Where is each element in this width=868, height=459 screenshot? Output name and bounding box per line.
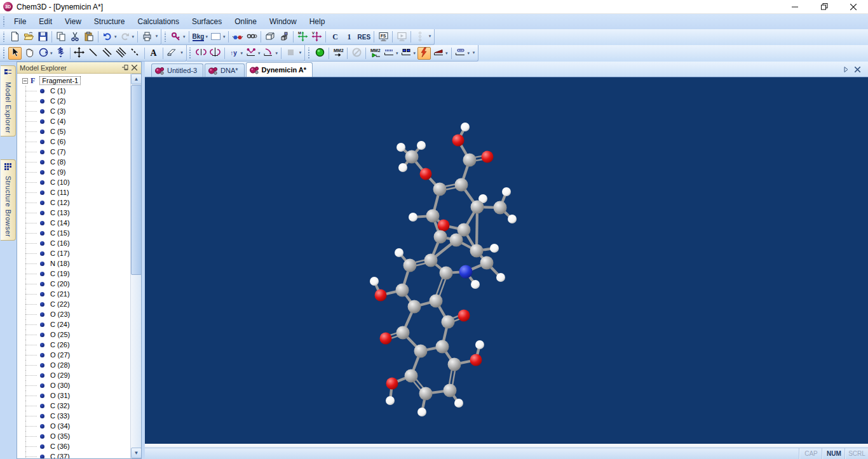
- tree-item-atom[interactable]: C (15): [17, 228, 130, 238]
- atom-label[interactable]: O (27): [50, 351, 70, 359]
- tree-item-atom[interactable]: C (7): [17, 147, 130, 157]
- scroll-down-icon[interactable]: ▼: [131, 448, 141, 458]
- menu-item-surfaces[interactable]: Surfaces: [186, 15, 228, 28]
- atom-label[interactable]: C (17): [50, 249, 70, 257]
- bond-display-tool-dropdown-icon[interactable]: ▾: [468, 51, 470, 56]
- dipole-tool-dropdown-icon[interactable]: ▾: [445, 51, 448, 56]
- tree-item-atom[interactable]: C (2): [17, 96, 130, 106]
- tree-item-atom[interactable]: C (24): [17, 319, 130, 329]
- undo-button-dropdown-icon[interactable]: ▾: [114, 34, 117, 39]
- atom-label[interactable]: C (26): [50, 341, 70, 349]
- menu-item-help[interactable]: Help: [303, 15, 332, 28]
- atom-label[interactable]: O (35): [50, 432, 70, 440]
- tree-item-atom[interactable]: O (29): [17, 370, 130, 380]
- atom-label[interactable]: C (19): [50, 270, 70, 277]
- atom-O[interactable]: [380, 333, 392, 345]
- rotate-tool-dropdown-icon[interactable]: ▾: [50, 51, 53, 56]
- atom-label[interactable]: C (4): [50, 117, 65, 125]
- menu-item-calculations[interactable]: Calculations: [132, 15, 186, 28]
- tree-item-atom[interactable]: O (25): [17, 329, 130, 340]
- measure-distance-tool[interactable]: [383, 47, 395, 60]
- atom-label[interactable]: C (6): [50, 138, 65, 145]
- scroll-up-icon[interactable]: ▲: [131, 74, 141, 84]
- rotate-tool[interactable]: [37, 47, 50, 60]
- minimize-energy-button[interactable]: [417, 47, 431, 60]
- atom-label[interactable]: C (15): [50, 229, 70, 237]
- depth-fade-button[interactable]: [278, 30, 290, 43]
- atom-C[interactable]: [434, 230, 447, 244]
- atom-label[interactable]: O (30): [50, 382, 70, 389]
- atom-H[interactable]: [409, 213, 417, 222]
- atom-C[interactable]: [414, 345, 428, 358]
- atom-O[interactable]: [458, 310, 470, 322]
- color-picker-dropdown-icon[interactable]: ▾: [223, 34, 226, 39]
- atom-label[interactable]: C (20): [50, 280, 70, 288]
- menu-item-structure[interactable]: Structure: [88, 15, 132, 28]
- stereo-glasses-button[interactable]: [231, 30, 244, 43]
- tree-item-atom[interactable]: C (32): [17, 401, 130, 411]
- display-mode-tool[interactable]: [170, 30, 182, 43]
- tree-item-atom[interactable]: C (11): [17, 187, 130, 197]
- torsion-tool[interactable]: [262, 47, 275, 60]
- menu-item-window[interactable]: Window: [263, 15, 303, 28]
- atom-label[interactable]: N (18): [50, 260, 70, 267]
- tree-item-atom[interactable]: C (8): [17, 157, 130, 167]
- atom-O[interactable]: [420, 168, 432, 180]
- dihedral-left-tool[interactable]: [195, 47, 208, 60]
- atom-C[interactable]: [442, 316, 455, 329]
- atom-label[interactable]: C (14): [50, 219, 70, 227]
- atom-label[interactable]: O (34): [50, 422, 70, 430]
- tree-item-atom[interactable]: N (18): [17, 258, 130, 269]
- atom-H[interactable]: [397, 143, 405, 152]
- tab-close-icon[interactable]: [851, 63, 863, 75]
- atom-C[interactable]: [450, 234, 463, 247]
- toolbar-grip[interactable]: [2, 32, 5, 41]
- tree-item-atom[interactable]: O (35): [17, 431, 130, 441]
- close-panel-icon[interactable]: [130, 63, 139, 72]
- pin-panel-icon[interactable]: [121, 63, 130, 72]
- atom-C[interactable]: [397, 326, 410, 340]
- residue-labels-button[interactable]: RES: [356, 30, 371, 43]
- print-button[interactable]: [140, 30, 153, 43]
- cut-button[interactable]: [69, 30, 81, 43]
- bond-angle-tool[interactable]: [245, 47, 257, 60]
- copy-button[interactable]: [55, 30, 67, 43]
- tree-item-atom[interactable]: C (33): [17, 411, 130, 421]
- atom-label[interactable]: C (32): [50, 402, 70, 409]
- atom-H[interactable]: [386, 396, 395, 405]
- save-button[interactable]: [36, 30, 49, 43]
- atom-C[interactable]: [463, 154, 477, 167]
- zoom-tool[interactable]: [55, 47, 67, 60]
- document-tab-dna[interactable]: DNA*: [205, 63, 245, 77]
- measure-distance-tool-dropdown-icon[interactable]: ▾: [396, 51, 398, 56]
- atom-O[interactable]: [386, 378, 398, 390]
- atom-H[interactable]: [502, 187, 511, 196]
- menu-grip[interactable]: [2, 17, 5, 27]
- atom-label[interactable]: C (7): [50, 148, 65, 156]
- single-bond-tool[interactable]: [87, 47, 100, 60]
- atom-C[interactable]: [405, 369, 418, 383]
- atom-label[interactable]: C (33): [50, 412, 70, 420]
- tree-item-atom[interactable]: C (20): [17, 279, 130, 289]
- atom-H[interactable]: [370, 277, 379, 286]
- tree-item-atom[interactable]: O (31): [17, 390, 130, 401]
- open-file-button[interactable]: [22, 30, 35, 43]
- atom-label[interactable]: O (28): [50, 361, 70, 369]
- menu-item-file[interactable]: File: [8, 15, 32, 28]
- tree-item-atom[interactable]: C (9): [17, 167, 130, 177]
- perspective-cube-button[interactable]: [264, 30, 276, 43]
- atom-C[interactable]: [455, 178, 468, 192]
- atom-label[interactable]: C (24): [50, 321, 70, 328]
- atom-label[interactable]: O (31): [50, 392, 70, 399]
- atom-H[interactable]: [461, 123, 470, 131]
- atom-O[interactable]: [375, 289, 387, 302]
- tree-item-atom[interactable]: O (34): [17, 421, 130, 431]
- tree-item-atom[interactable]: C (3): [17, 106, 130, 116]
- axis-y-tool[interactable]: ↑y: [227, 47, 240, 60]
- tree-item-atom[interactable]: C (16): [17, 238, 130, 248]
- atom-O[interactable]: [482, 151, 494, 163]
- toolbar-overflow-icon[interactable]: ▾: [179, 50, 185, 57]
- tree-item-atom[interactable]: C (13): [17, 208, 130, 218]
- atom-O[interactable]: [470, 354, 482, 366]
- atom-C[interactable]: [470, 244, 484, 258]
